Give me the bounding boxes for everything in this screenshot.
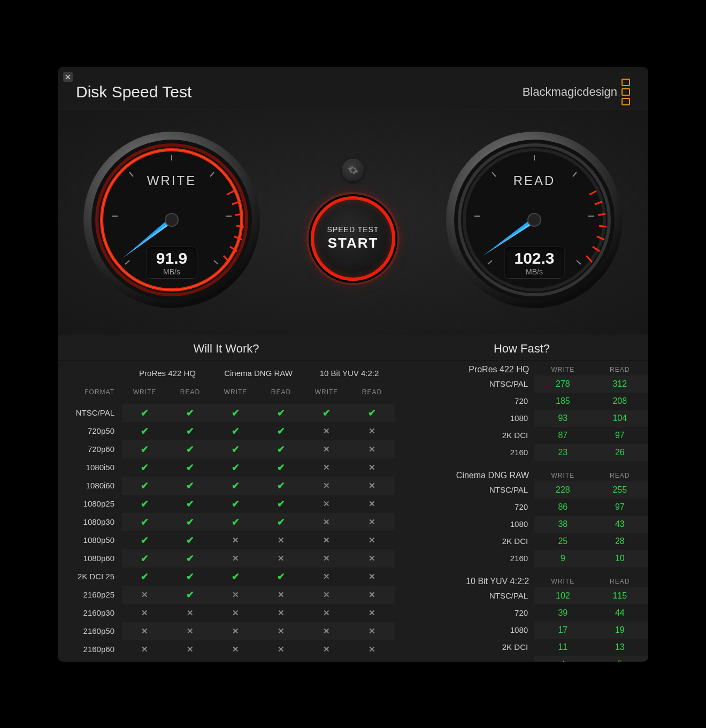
table-row: 1080p50✔✔✕✕✕✕ <box>58 531 395 549</box>
format-label: 2160p60 <box>58 640 122 658</box>
brand-logo: Blackmagicdesign <box>523 79 630 105</box>
cross-icon: ✕ <box>213 604 258 622</box>
cross-icon: ✕ <box>167 604 213 622</box>
start-button[interactable]: SPEED TEST START <box>311 196 395 281</box>
title-bar: Disk Speed Test Blackmagicdesign <box>58 67 648 110</box>
column-header: READ <box>592 572 648 587</box>
cross-icon: ✕ <box>304 640 349 658</box>
check-icon: ✔ <box>213 568 258 586</box>
check-icon: ✔ <box>122 458 167 477</box>
how-fast-section: ProRes 422 HQWRITEREADNTSC/PAL2783127201… <box>395 361 648 461</box>
cross-icon: ✕ <box>213 586 258 604</box>
codec-header: Cinema DNG RAW <box>213 361 304 383</box>
read-value: 102.3 <box>514 250 554 266</box>
cross-icon: ✕ <box>304 458 349 477</box>
cross-icon: ✕ <box>349 513 395 531</box>
svg-line-15 <box>236 226 244 227</box>
cross-icon: ✕ <box>304 422 349 440</box>
format-header: FORMAT <box>58 383 122 404</box>
will-it-work-panel: Will It Work? ProRes 422 HQCinema DNG RA… <box>58 334 395 662</box>
cross-icon: ✕ <box>122 622 167 640</box>
table-row: NTSC/PAL278312 <box>395 376 648 393</box>
read-fps: 5 <box>592 656 648 662</box>
check-icon: ✔ <box>258 495 304 513</box>
format-label: 720 <box>395 499 534 516</box>
write-fps: 87 <box>534 427 591 444</box>
brand-label: Blackmagicdesign <box>523 85 617 99</box>
table-row: 720p50✔✔✔✔✕✕ <box>58 422 395 440</box>
settings-button[interactable] <box>342 159 364 181</box>
read-fps: 115 <box>592 587 648 604</box>
check-icon: ✔ <box>213 458 258 477</box>
read-fps: 13 <box>592 639 648 656</box>
cross-icon: ✕ <box>167 640 213 658</box>
cross-icon: ✕ <box>304 604 349 622</box>
brand-icon <box>621 79 630 105</box>
check-icon: ✔ <box>167 531 213 549</box>
check-icon: ✔ <box>167 568 213 586</box>
write-fps: 39 <box>534 604 591 622</box>
format-label: 2160 <box>395 656 534 662</box>
gauge-row: WRITE 91.9 MB/s SPEED TEST START <box>58 110 648 334</box>
cross-icon: ✕ <box>258 640 304 658</box>
format-label: 1080 <box>395 516 534 533</box>
cross-icon: ✕ <box>258 586 304 604</box>
table-row: 7203944 <box>395 604 648 622</box>
read-value-box: 102.3 MB/s <box>504 247 564 278</box>
section-name: 10 Bit YUV 4:2:2 <box>395 572 534 587</box>
cross-icon: ✕ <box>122 604 167 622</box>
table-row: 2K DCI1113 <box>395 639 648 656</box>
column-header: READ <box>167 383 213 404</box>
format-label: 1080p50 <box>58 531 122 549</box>
cross-icon: ✕ <box>349 586 395 604</box>
table-row: 1080p30✔✔✔✔✕✕ <box>58 513 395 531</box>
format-label: 2160 <box>395 444 534 461</box>
cross-icon: ✕ <box>258 622 304 640</box>
format-label: 2160p50 <box>58 622 122 640</box>
check-icon: ✔ <box>122 568 167 586</box>
column-header: WRITE <box>534 572 591 587</box>
read-fps: 255 <box>592 481 648 499</box>
format-label: NTSC/PAL <box>58 404 122 422</box>
table-row: 2K DCI 25✔✔✔✔✕✕ <box>58 568 395 586</box>
read-fps: 104 <box>592 410 648 427</box>
format-label: NTSC/PAL <box>395 376 534 393</box>
read-fps: 312 <box>592 376 648 393</box>
cross-icon: ✕ <box>122 586 167 604</box>
section-name: ProRes 422 HQ <box>395 361 534 376</box>
table-row: 21602326 <box>395 444 648 461</box>
table-row: 10801719 <box>395 622 648 639</box>
table-row: 2K DCI8797 <box>395 427 648 444</box>
format-label: 2K DCI <box>395 427 534 444</box>
table-row: NTSC/PAL102115 <box>395 587 648 604</box>
gear-icon <box>348 165 358 175</box>
format-label: 1080i50 <box>58 458 122 477</box>
cross-icon: ✕ <box>213 640 258 658</box>
format-label: 1080i60 <box>58 477 122 495</box>
cross-icon: ✕ <box>349 422 395 440</box>
column-header: WRITE <box>213 383 258 404</box>
check-icon: ✔ <box>213 404 258 422</box>
close-button[interactable]: ✕ <box>63 72 73 82</box>
check-icon: ✔ <box>122 495 167 513</box>
format-label: 1080p30 <box>58 513 122 531</box>
table-row: 7208697 <box>395 499 648 516</box>
section-name: Cinema DNG RAW <box>395 466 534 481</box>
table-row: 720p60✔✔✔✔✕✕ <box>58 440 395 458</box>
check-icon: ✔ <box>122 422 167 440</box>
check-icon: ✔ <box>167 513 213 531</box>
write-value-box: 91.9 MB/s <box>147 247 197 278</box>
cross-icon: ✕ <box>258 549 304 568</box>
format-label: 2K DCI <box>395 533 534 550</box>
check-icon: ✔ <box>213 422 258 440</box>
read-fps: 97 <box>592 499 648 516</box>
svg-line-35 <box>598 214 605 215</box>
cross-icon: ✕ <box>304 531 349 549</box>
check-icon: ✔ <box>258 458 304 477</box>
column-header: WRITE <box>534 361 591 376</box>
format-label: 2K DCI 25 <box>58 568 122 586</box>
cross-icon: ✕ <box>349 549 395 568</box>
check-icon: ✔ <box>213 440 258 458</box>
codec-header: ProRes 422 HQ <box>122 361 213 383</box>
cross-icon: ✕ <box>349 495 395 513</box>
